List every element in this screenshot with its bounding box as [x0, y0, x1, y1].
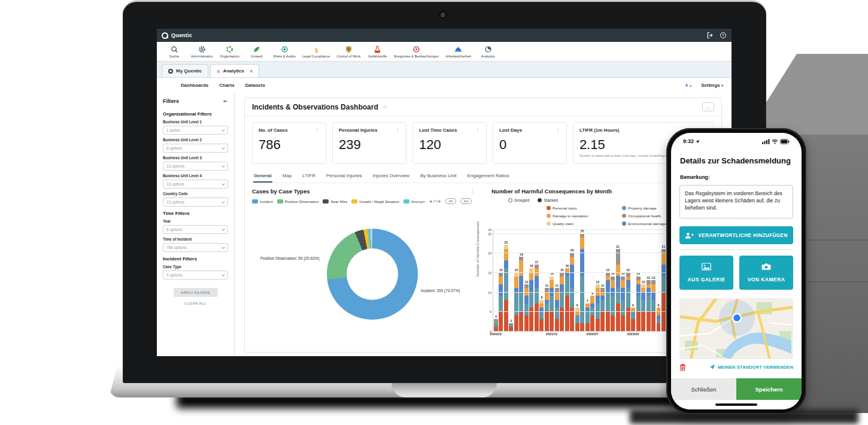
dashboard-tab-engagement-ratios[interactable]: Engagement Ratios — [466, 171, 509, 183]
module-item-suche[interactable]: Suche — [164, 45, 184, 58]
filter-select-business-unit-level-4[interactable]: 13 options — [163, 180, 228, 189]
delete-location-icon[interactable] — [679, 363, 686, 371]
module-item-control-of-work[interactable]: Control of Work — [336, 45, 360, 58]
filter-select-business-unit-level-2[interactable]: 8 options — [163, 144, 228, 153]
bar-2021-10[interactable]: 11 — [545, 288, 549, 331]
save-button[interactable]: Speichern — [736, 378, 802, 400]
bar-2021-06[interactable]: 12 — [524, 284, 529, 331]
chart-menu-icon[interactable]: ⋮ — [470, 188, 475, 193]
filter-select-country-code[interactable]: 13 options — [163, 198, 228, 207]
module-item-umwelt[interactable]: Umwelt — [247, 45, 267, 58]
tab-my-quentic[interactable]: My Quentic — [162, 64, 208, 77]
mode-option-stacked[interactable]: Stacked — [538, 198, 558, 202]
bar-2021-01[interactable]: 15 — [499, 272, 503, 331]
dashboard-tab-map[interactable]: Map — [282, 171, 293, 183]
close-icon[interactable]: × — [250, 68, 253, 74]
legend-item-near-miss[interactable]: Near Miss — [323, 199, 347, 204]
legend-item-quality-claim[interactable]: Quality claim — [547, 220, 612, 227]
bar-2023-01[interactable]: 14 — [621, 277, 625, 331]
bar-2021-03[interactable]: 2 — [509, 323, 513, 331]
mode-option-grouped[interactable]: Grouped — [508, 198, 529, 202]
bar-2022-11[interactable]: 14 — [611, 277, 615, 331]
bar-2023-06[interactable]: 13 — [647, 280, 651, 331]
bar-2023-09[interactable]: 21 — [661, 249, 666, 331]
subnav-charts[interactable]: Charts — [219, 83, 234, 88]
legend-button-inv[interactable]: Inv — [460, 198, 472, 204]
legend-item-anonym[interactable]: Anonym — [403, 199, 425, 204]
bar-2023-07[interactable]: 13 — [651, 280, 655, 331]
filter-select-year[interactable]: 6 options — [163, 225, 228, 234]
dashboard-tab-ltifr[interactable]: LTIFR — [302, 171, 316, 183]
kpi-menu-icon[interactable]: ⋮ — [395, 128, 400, 133]
subnav-dashboards[interactable]: Dashboards — [181, 83, 208, 88]
bar-2021-12[interactable]: 11 — [555, 288, 559, 331]
favorite-star-icon[interactable]: ☆ — [383, 104, 388, 110]
module-item-legal-compliance[interactable]: §Legal Compliance — [302, 45, 330, 58]
kpi-menu-icon[interactable]: ⋮ — [475, 128, 480, 133]
use-my-location-button[interactable]: MEINEN STANDORT VERWENDEN — [709, 364, 793, 370]
module-item-analytics[interactable]: Analytics — [478, 45, 498, 58]
add-responsible-button[interactable]: VERANTWORTLICHE HINZUFÜGEN — [679, 226, 793, 244]
pager-next-icon[interactable]: ▶ — [439, 199, 441, 203]
legend-item-incident[interactable]: Incident — [252, 199, 273, 204]
legend-item-personal-injury[interactable]: Personal injury — [547, 204, 612, 212]
module-item-administration[interactable]: Administration — [191, 45, 213, 58]
bar-2022-09[interactable]: 11 — [600, 288, 605, 331]
module-item-organisation[interactable]: Organisation — [220, 45, 240, 58]
legend-item-damage-to-reputation[interactable]: Damage to reputation — [547, 212, 612, 220]
subnav-datasets[interactable]: Datasets — [245, 83, 265, 88]
bar-2021-11[interactable]: 14 — [550, 277, 554, 331]
filter-select-time-of-incident[interactable]: 786 options — [163, 243, 228, 252]
filter-select-business-unit-level-1[interactable]: 1 option — [163, 126, 228, 135]
note-input[interactable]: Das Regalsystem im vorderen Bereich des … — [679, 185, 793, 218]
module-item-ereignisse-beobachtungen[interactable]: Ereignisse & Beobachtungen — [394, 45, 439, 58]
bar-2022-05[interactable]: 25 — [580, 233, 584, 331]
dashboard-tab-general[interactable]: General — [253, 171, 272, 183]
close-button[interactable]: Schließen — [671, 378, 736, 400]
bar-2023-04[interactable]: 14 — [636, 277, 641, 332]
bar-2021-08[interactable]: 17 — [535, 265, 539, 331]
bar-2021-07[interactable]: 16 — [529, 268, 533, 331]
bar-2023-05[interactable]: 12 — [641, 284, 645, 331]
bar-2022-01[interactable]: 15 — [560, 272, 564, 331]
logout-icon[interactable] — [706, 32, 714, 39]
dashboard-tab-by-business-unit[interactable]: By Business Unit — [420, 171, 457, 183]
bar-2022-12[interactable]: 21 — [616, 249, 620, 331]
bar-2020-12[interactable]: 3 — [494, 319, 498, 331]
pager-prev-icon[interactable]: ◀ — [429, 199, 432, 203]
clear-all-button[interactable]: CLEAR ALL — [174, 302, 218, 305]
location-map[interactable] — [679, 298, 793, 359]
bar-2022-06[interactable]: 7 — [585, 303, 590, 331]
bar-2021-05[interactable]: 19 — [519, 257, 523, 331]
module-item-gefahrstoffe[interactable]: Gefahrstoffe — [367, 45, 387, 58]
more-options-button[interactable]: … — [702, 102, 714, 111]
legend-item-positive-observation[interactable]: Positive Observation — [277, 199, 319, 204]
bar-2022-08[interactable]: 12 — [596, 284, 600, 331]
apply-filters-button[interactable]: APPLY FILTERS — [174, 288, 218, 297]
module-item-arbeitssicherheit[interactable]: Arbeitssicherheit — [445, 45, 471, 58]
home-indicator[interactable] — [715, 403, 757, 406]
legend-item-unsafe-illegal-situation[interactable]: Unsafe / Illegal Situation — [351, 199, 399, 204]
bar-2021-04[interactable]: 15 — [514, 272, 518, 331]
bar-2021-09[interactable]: 8 — [539, 300, 544, 331]
bar-2021-02[interactable]: 22 — [504, 245, 508, 331]
help-icon[interactable]: ? — [720, 32, 727, 39]
legend-button-all[interactable]: All — [445, 198, 456, 204]
settings-menu[interactable]: Settings ▾ — [701, 83, 723, 88]
filter-select-business-unit-level-3[interactable]: 13 options — [163, 162, 228, 171]
bar-2022-02[interactable]: 16 — [565, 268, 569, 331]
dashboard-tab-injuries-overview[interactable]: Injuries Overview — [372, 171, 410, 183]
kpi-menu-icon[interactable]: ⋮ — [556, 128, 560, 133]
tab-analytics[interactable]: ≡ Analytics × — [210, 64, 259, 77]
from-gallery-button[interactable]: AUS GALERIE — [679, 256, 733, 290]
bar-2022-10[interactable]: 15 — [606, 272, 610, 331]
dashboard-tab-personal-injuries[interactable]: Personal Injuries — [326, 171, 363, 183]
module-item-risks-audits[interactable]: Risks & Audits — [274, 45, 296, 58]
filter-select-case-type[interactable]: 9 options — [163, 271, 228, 280]
from-camera-button[interactable]: VON KAMERA — [739, 256, 793, 290]
add-dashboard-button[interactable]: + ▾ — [685, 82, 691, 89]
bar-2022-07[interactable]: 9 — [590, 296, 594, 331]
kpi-menu-icon[interactable]: ⋮ — [315, 128, 320, 133]
collapse-sidebar-icon[interactable]: ⇤ — [223, 98, 228, 104]
bar-2023-02[interactable]: 15 — [626, 272, 630, 331]
